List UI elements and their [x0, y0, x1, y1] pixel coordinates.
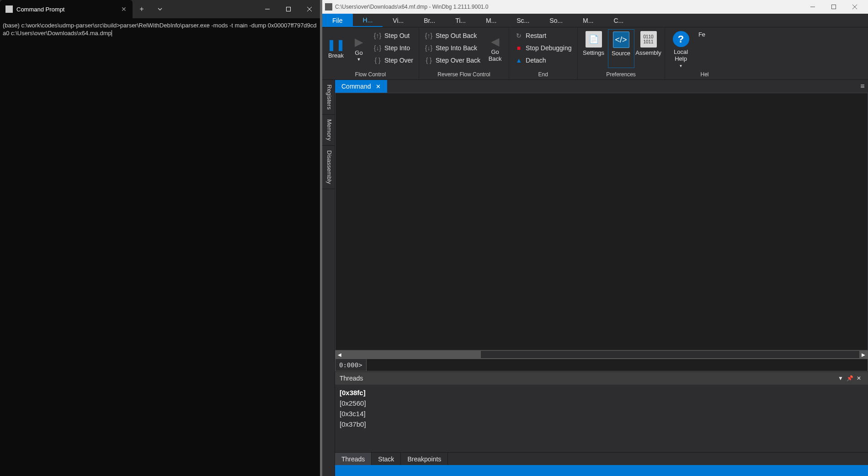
command-tab[interactable]: Command ✕ — [335, 80, 387, 93]
threads-list: [0x38fc] [0x2560] [0x3c14] [0x37b0] — [335, 385, 868, 452]
ribbon-tab-scripting[interactable]: Sc... — [506, 14, 539, 27]
ribbon-tab-command[interactable]: C... — [603, 14, 634, 27]
cmd-tab[interactable]: Command Prompt ✕ — [0, 0, 133, 18]
ribbon-group-label: Reverse Flow Control — [422, 70, 506, 79]
chevron-down-icon: ▼ — [357, 57, 361, 62]
source-icon: </> — [613, 32, 629, 48]
ribbon-tab-breakpoints[interactable]: Br... — [414, 14, 445, 27]
windbg-titlebar: C:\Users\over\Downloads\x64.mf.dmp - Win… — [322, 0, 868, 14]
ribbon-tab-file[interactable]: File — [322, 14, 353, 27]
scroll-thumb[interactable] — [344, 351, 481, 358]
command-output-area[interactable] — [335, 93, 868, 350]
step-over-button[interactable]: { }Step Over — [371, 54, 416, 66]
command-input[interactable] — [367, 359, 868, 371]
scroll-right-arrow[interactable]: ▶ — [859, 351, 868, 358]
ribbon-tab-timelines[interactable]: Ti... — [445, 14, 476, 27]
ribbon: ❚❚ Break ▶ Go ▼ {↑}Step Out {↓}Step Into… — [322, 27, 868, 80]
settings-icon: 📄 — [586, 31, 602, 48]
bottom-tab-threads[interactable]: Threads — [335, 453, 372, 465]
command-prompt-row: 0:000> — [335, 359, 868, 371]
side-tab-memory[interactable]: Memory — [322, 115, 335, 146]
minimize-button[interactable] — [802, 0, 823, 14]
ribbon-tab-model[interactable]: M... — [476, 14, 506, 27]
scroll-track[interactable] — [344, 351, 859, 358]
step-into-back-icon: {↓} — [425, 44, 433, 52]
threads-panel-title: Threads — [340, 375, 363, 382]
windbg-main: Registers Memory Disassembly Command ✕ ≡… — [322, 80, 868, 476]
restart-button[interactable]: ↻Restart — [512, 29, 574, 42]
ribbon-tab-source[interactable]: So... — [539, 14, 573, 27]
restart-icon: ↻ — [515, 32, 523, 39]
detach-button[interactable]: ▲Detach — [512, 54, 574, 66]
minimize-button[interactable] — [257, 0, 278, 18]
step-into-icon: {↓} — [373, 44, 382, 52]
thread-item[interactable]: [0x2560] — [340, 398, 863, 408]
maximize-button[interactable] — [278, 0, 299, 18]
windbg-window: C:\Users\over\Downloads\x64.mf.dmp - Win… — [322, 0, 868, 476]
command-prompt-window: Command Prompt ✕ + (base) c:\work\codes\… — [0, 0, 320, 476]
stop-debugging-button[interactable]: ■Stop Debugging — [512, 42, 574, 54]
step-over-back-icon: { } — [425, 57, 433, 64]
help-icon: ? — [673, 31, 689, 47]
close-window-button[interactable] — [844, 0, 865, 14]
bottom-tab-stack[interactable]: Stack — [372, 453, 401, 465]
terminal-output[interactable]: (base) c:\work\codes\udmp-parser\src\bui… — [0, 18, 320, 476]
go-back-button[interactable]: ◀ Go Back — [484, 29, 506, 68]
break-button[interactable]: ❚❚ Break — [325, 29, 347, 68]
close-tab-icon[interactable]: ✕ — [376, 83, 381, 90]
scroll-left-arrow[interactable]: ◀ — [335, 351, 344, 358]
maximize-button[interactable] — [823, 0, 844, 14]
terminal-icon — [5, 5, 13, 13]
settings-button[interactable]: 📄 Settings — [580, 29, 607, 68]
panel-menu-icon[interactable]: ≡ — [857, 80, 868, 93]
ribbon-group-label: End — [512, 70, 574, 79]
step-over-back-button[interactable]: { }Step Over Back — [422, 54, 483, 66]
cursor — [112, 30, 112, 37]
dropdown-icon[interactable]: ▼ — [836, 375, 845, 381]
windbg-title: C:\Users\over\Downloads\x64.mf.dmp - Win… — [335, 4, 799, 10]
ribbon-tab-home[interactable]: H... — [353, 14, 383, 27]
windbg-app-icon — [325, 3, 332, 11]
ribbon-group-preferences: 📄 Settings </> Source 01101011 Assembly … — [578, 27, 665, 79]
go-button[interactable]: ▶ Go ▼ — [348, 29, 370, 68]
new-tab-button[interactable]: + — [133, 0, 151, 18]
step-out-button[interactable]: {↑}Step Out — [371, 29, 416, 42]
cmd-tab-title: Command Prompt — [16, 6, 117, 13]
close-tab-icon[interactable]: ✕ — [121, 6, 127, 12]
close-panel-icon[interactable]: ✕ — [854, 375, 863, 381]
detach-icon: ▲ — [515, 57, 523, 64]
pause-icon: ❚❚ — [327, 38, 345, 51]
close-window-button[interactable] — [299, 0, 320, 18]
ribbon-tab-view[interactable]: Vi... — [383, 14, 414, 27]
play-icon: ▶ — [355, 36, 363, 48]
step-out-back-button[interactable]: {↑}Step Out Back — [422, 29, 483, 42]
tab-dropdown-button[interactable] — [151, 0, 169, 18]
side-tab-disassembly[interactable]: Disassembly — [322, 146, 335, 189]
windbg-content: Command ✕ ≡ ◀ ▶ 0:000> — [335, 80, 868, 476]
threads-panel-header: Threads ▼ 📌 ✕ — [335, 372, 868, 385]
step-into-back-button[interactable]: {↓}Step Into Back — [422, 42, 483, 54]
source-button[interactable]: </> Source — [608, 29, 634, 68]
side-tab-strip: Registers Memory Disassembly — [322, 80, 335, 476]
assembly-button[interactable]: 01101011 Assembly — [635, 29, 662, 68]
command-panel: Command ✕ ≡ ◀ ▶ 0:000> — [335, 80, 868, 371]
bottom-tab-breakpoints[interactable]: Breakpoints — [401, 453, 448, 465]
threads-panel: Threads ▼ 📌 ✕ [0x38fc] [0x2560] [0x3c14]… — [335, 371, 868, 465]
cmd-titlebar-buttons: + — [133, 0, 320, 18]
step-into-button[interactable]: {↓}Step Into — [371, 42, 416, 54]
side-tab-registers[interactable]: Registers — [322, 80, 335, 115]
pin-icon[interactable]: 📌 — [845, 375, 854, 381]
thread-item[interactable]: [0x3c14] — [340, 408, 863, 419]
play-reverse-icon: ◀ — [491, 35, 499, 48]
step-over-icon: { } — [373, 57, 382, 64]
thread-item[interactable]: [0x38fc] — [340, 387, 863, 398]
local-help-button[interactable]: ? Local Help ▼ — [668, 29, 694, 68]
chevron-down-icon: ▼ — [679, 64, 683, 68]
horizontal-scrollbar[interactable]: ◀ ▶ — [335, 350, 868, 359]
ribbon-tab-memory[interactable]: M... — [573, 14, 603, 27]
thread-item[interactable]: [0x37b0] — [340, 419, 863, 429]
cmd-titlebar: Command Prompt ✕ + — [0, 0, 320, 18]
feedback-button[interactable]: Fe — [695, 29, 709, 68]
command-panel-tabs: Command ✕ ≡ — [335, 80, 868, 93]
svg-rect-3 — [832, 5, 836, 9]
